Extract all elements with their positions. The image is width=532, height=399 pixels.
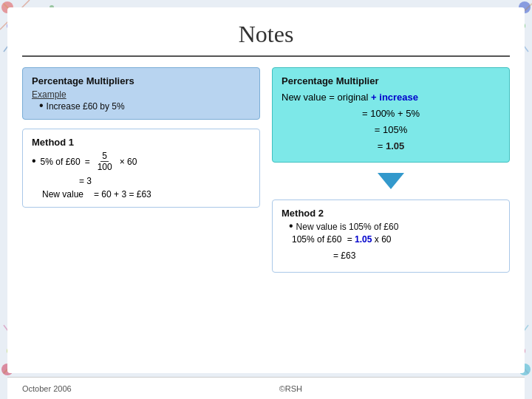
method2-box: Method 2 • New value is 105% of £60 105%… (272, 200, 510, 272)
left-column: Percentage Multipliers Example • Increas… (22, 67, 260, 273)
m1-bullet-label: 5% of £60 (41, 157, 81, 167)
mult-line4: = 1.05 (282, 138, 500, 154)
method2-bullet: • New value is 105% of £60 (289, 222, 500, 232)
m1-eq2: = 3 (79, 176, 92, 186)
mult-line4-bold: 1.05 (386, 140, 404, 151)
mult-line4-prefix: = (378, 140, 383, 151)
mult-content: New value = original + increase = 100% +… (282, 89, 500, 154)
title-divider (22, 55, 510, 57)
m2-calc-line2-text: = £63 (333, 250, 355, 261)
m1-fraction: 5 100 (96, 151, 114, 173)
method1-row3: New value = 60 + 3 = £63 (32, 189, 250, 200)
pm-bullet-text: Increase £60 by 5% (47, 101, 125, 112)
mult-box-title: Percentage Multiplier (282, 75, 500, 86)
pm-example-label: Example (32, 89, 250, 100)
method1-box: Method 1 • 5% of £60 = 5 100 × 60 = 3 (22, 129, 260, 208)
m2-calc-eq: = (347, 234, 352, 245)
method2-calc: 105% of £60 = 1.05 x 60 = £63 (292, 232, 500, 264)
method1-row2: = 3 (79, 176, 250, 186)
right-column: Percentage Multiplier New value = origin… (272, 67, 510, 273)
pm-box-title: Percentage Multipliers (32, 75, 250, 86)
mult-line2-text: = 100% + 5% (362, 108, 420, 119)
method2-calc-line2: = £63 (292, 248, 500, 265)
percentage-multipliers-box: Percentage Multipliers Example • Increas… (22, 67, 260, 120)
m2-calc-label: 105% of £60 (292, 234, 341, 245)
footer-center: ©RSH (279, 384, 302, 393)
method1-title: Method 1 (32, 137, 250, 148)
mult-line3-text: = 105% (375, 124, 407, 135)
footer: October 2006 ©RSH (7, 377, 525, 399)
arrow-down-shape (378, 173, 404, 189)
method1-content: • 5% of £60 = 5 100 × 60 = 3 New value (32, 151, 250, 200)
main-content: Notes Percentage Multipliers Example • I… (7, 7, 525, 373)
arrow-down-container (272, 173, 510, 189)
multiplier-box: Percentage Multiplier New value = origin… (272, 67, 510, 163)
page-title: Notes (7, 7, 525, 55)
m1-newvalue-label: New value (42, 189, 83, 200)
method2-bullet-text: New value is 105% of £60 (296, 222, 399, 232)
method1-row1: • 5% of £60 = 5 100 × 60 (32, 151, 250, 173)
m1-newvalue-val: = 60 + 3 = £63 (94, 189, 151, 200)
m1-eq1-prefix: = (85, 157, 90, 167)
mult-line1-start: New value = original (282, 92, 368, 103)
mult-line3: = 105% (282, 122, 500, 138)
pm-bullet-item: • Increase £60 by 5% (39, 101, 250, 112)
footer-left: October 2006 (22, 384, 72, 393)
method2-calc-line1: 105% of £60 = 1.05 x 60 (292, 232, 500, 248)
mult-line1-bold: + increase (371, 92, 418, 103)
bullet-dot-1: • (39, 100, 44, 112)
mult-line2: = 100% + 5% (282, 106, 500, 122)
fraction-denominator: 100 (96, 162, 114, 172)
m2-calc-bold: 1.05 (355, 234, 372, 245)
content-area: Percentage Multipliers Example • Increas… (7, 67, 525, 273)
bullet-dot-3: • (289, 220, 293, 232)
bullet-dot-2: • (32, 155, 36, 167)
m2-calc-end: x 60 (375, 234, 392, 245)
m1-fraction-suffix: × 60 (120, 157, 137, 167)
fraction-numerator: 5 (100, 151, 109, 162)
mult-line1: New value = original + increase (282, 89, 500, 106)
method2-title: Method 2 (282, 208, 500, 219)
